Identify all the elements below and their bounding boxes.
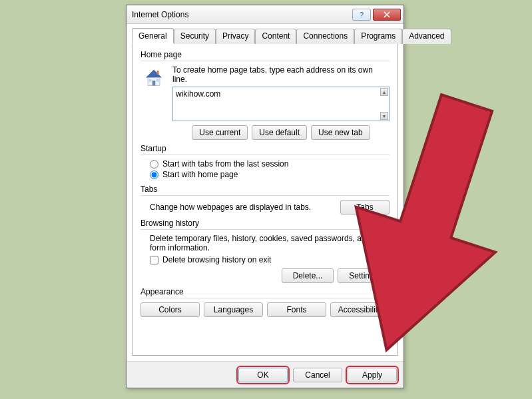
use-current-button[interactable]: Use current: [192, 125, 248, 140]
divider: [140, 298, 390, 298]
divider: [140, 155, 390, 155]
ok-button[interactable]: OK: [238, 368, 288, 382]
radio-last-session-label: Start with tabs from the last session: [162, 159, 288, 169]
internet-options-dialog: Internet Options ? General Security Priv…: [126, 5, 404, 388]
svg-rect-4: [149, 79, 152, 82]
dialog-body: General Security Privacy Content Connect…: [127, 24, 403, 361]
group-label-browsing-history: Browsing history: [140, 218, 390, 228]
appearance-buttons: Colors Languages Fonts Accessibility: [140, 302, 390, 317]
delete-on-exit-checkbox[interactable]: [150, 256, 158, 264]
window-title: Internet Options: [132, 10, 352, 19]
settings-button[interactable]: Settings: [338, 268, 390, 283]
delete-on-exit[interactable]: Delete browsing history on exit: [150, 255, 390, 264]
radio-home-page-label: Start with home page: [162, 170, 238, 179]
tab-privacy[interactable]: Privacy: [216, 29, 255, 44]
group-label-tabs: Tabs: [140, 185, 390, 194]
tab-programs[interactable]: Programs: [354, 29, 402, 44]
browsing-history-hint: Delete temporary files, history, cookies…: [150, 234, 390, 252]
tab-strip: General Security Privacy Content Connect…: [132, 28, 398, 43]
svg-rect-3: [152, 81, 156, 86]
cancel-button[interactable]: Cancel: [293, 368, 342, 382]
group-label-appearance: Appearance: [140, 287, 390, 296]
use-default-button[interactable]: Use default: [252, 125, 307, 140]
accessibility-button[interactable]: Accessibility: [330, 302, 390, 317]
help-button[interactable]: ?: [352, 9, 371, 21]
dialog-footer: OK Cancel Apply: [127, 361, 403, 388]
tabpanel-general: Home page: [132, 43, 398, 356]
use-new-tab-button[interactable]: Use new tab: [311, 125, 370, 140]
radio-last-session-input[interactable]: [150, 160, 158, 169]
group-homepage: Home page: [140, 50, 390, 140]
close-button[interactable]: [373, 9, 401, 21]
tabs-button[interactable]: Tabs: [340, 200, 390, 214]
titlebar[interactable]: Internet Options ?: [127, 5, 403, 24]
homepage-hint: To create home page tabs, type each addr…: [172, 65, 390, 84]
delete-button[interactable]: Delete...: [282, 268, 334, 283]
group-appearance: Appearance Colors Languages Fonts Access…: [140, 287, 390, 317]
close-icon: [384, 11, 390, 18]
tab-advanced[interactable]: Advanced: [402, 29, 451, 44]
fonts-button[interactable]: Fonts: [267, 302, 326, 317]
scroll-up-icon[interactable]: ▴: [380, 88, 388, 96]
titlebar-buttons: ?: [352, 9, 403, 21]
delete-on-exit-label: Delete browsing history on exit: [162, 255, 271, 264]
homepage-input[interactable]: [173, 87, 380, 121]
group-label-homepage: Home page: [140, 50, 390, 59]
divider: [140, 229, 390, 230]
languages-button[interactable]: Languages: [204, 302, 263, 317]
radio-home-page[interactable]: Start with home page: [150, 170, 390, 179]
svg-marker-1: [146, 70, 162, 78]
radio-last-session[interactable]: Start with tabs from the last session: [150, 159, 390, 169]
homepage-textarea-wrap: ▴ ▾: [172, 87, 390, 121]
divider: [140, 61, 390, 61]
home-icon: [140, 65, 167, 92]
group-browsing-history: Browsing history Delete temporary files,…: [140, 218, 390, 283]
group-label-startup: Startup: [140, 144, 390, 153]
tab-connections[interactable]: Connections: [296, 29, 354, 44]
help-icon: ?: [360, 11, 364, 19]
svg-rect-6: [157, 71, 159, 75]
group-startup: Startup Start with tabs from the last se…: [140, 144, 390, 181]
homepage-buttons: Use current Use default Use new tab: [172, 125, 390, 140]
tab-security[interactable]: Security: [174, 29, 216, 44]
homepage-right: To create home page tabs, type each addr…: [172, 65, 390, 140]
radio-home-page-input[interactable]: [150, 171, 158, 179]
browsing-history-buttons: Delete... Settings: [140, 268, 390, 283]
tab-content[interactable]: Content: [255, 29, 296, 44]
scroll-down-icon[interactable]: ▾: [380, 112, 388, 120]
svg-rect-5: [156, 79, 159, 82]
colors-button[interactable]: Colors: [140, 302, 200, 317]
group-tabs: Tabs Change how webpages are displayed i…: [140, 185, 390, 214]
tabs-row: Change how webpages are displayed in tab…: [150, 200, 390, 214]
tab-general[interactable]: General: [132, 28, 174, 43]
apply-button[interactable]: Apply: [348, 368, 397, 382]
divider: [140, 195, 390, 196]
homepage-row: To create home page tabs, type each addr…: [140, 65, 390, 140]
tabs-hint: Change how webpages are displayed in tab…: [150, 202, 332, 212]
